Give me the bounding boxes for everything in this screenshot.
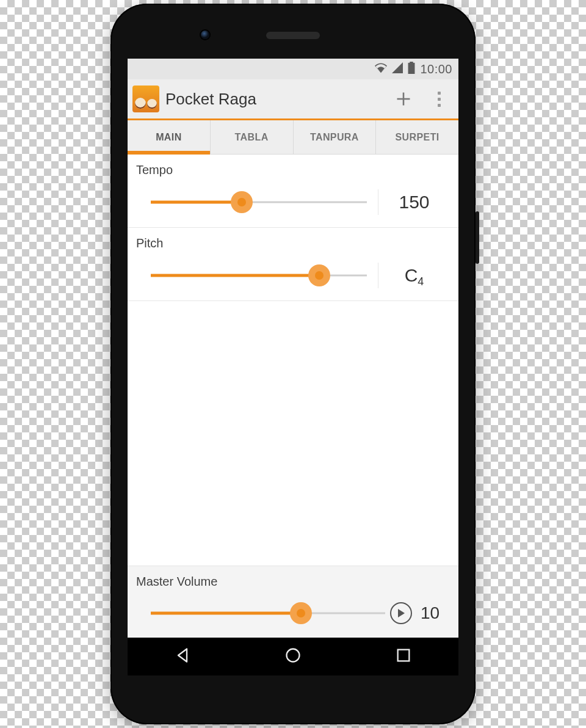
app-bar: Pocket Raga	[128, 79, 458, 118]
battery-icon	[408, 62, 415, 77]
master-volume-value: 10	[421, 603, 450, 623]
pitch-slider[interactable]	[151, 263, 367, 288]
recent-apps-button[interactable]	[395, 647, 412, 666]
tab-tanpura[interactable]: TANPURA	[293, 120, 376, 154]
app-logo-icon	[132, 86, 159, 112]
tab-label: TABLA	[235, 132, 269, 143]
tab-label: TANPURA	[310, 132, 359, 143]
earpiece	[266, 32, 320, 39]
power-button	[476, 211, 479, 264]
more-vert-icon	[438, 92, 441, 107]
pitch-label: Pitch	[136, 236, 450, 250]
signal-icon	[392, 62, 403, 76]
status-bar: 10:00	[128, 59, 458, 79]
svg-point-4	[286, 649, 299, 662]
overflow-menu-button[interactable]	[424, 84, 454, 114]
tempo-value: 150	[378, 189, 450, 215]
screen: 10:00 Pocket Raga MAIN TABLA TANPURA SUR…	[128, 59, 458, 675]
svg-rect-1	[408, 62, 415, 73]
tab-surpeti[interactable]: SURPETI	[375, 120, 458, 154]
pitch-note: C	[405, 265, 418, 285]
pitch-row: Pitch C4	[128, 228, 458, 301]
pitch-octave: 4	[418, 275, 424, 288]
tab-main[interactable]: MAIN	[128, 120, 210, 154]
home-button[interactable]	[284, 647, 302, 666]
master-volume-row: Master Volume 10	[128, 566, 458, 638]
app-title: Pocket Raga	[165, 90, 256, 109]
back-button[interactable]	[174, 647, 191, 666]
tab-label: SURPETI	[396, 132, 440, 143]
master-volume-label: Master Volume	[136, 575, 450, 589]
add-button[interactable]	[389, 84, 418, 114]
main-content: Tempo 150 Pitch	[128, 155, 458, 638]
play-icon	[397, 609, 405, 617]
tab-tabla[interactable]: TABLA	[210, 120, 293, 154]
tempo-slider[interactable]	[151, 190, 367, 214]
tempo-label: Tempo	[136, 163, 450, 177]
tempo-row: Tempo 150	[128, 155, 458, 228]
tab-bar: MAIN TABLA TANPURA SURPETI	[128, 120, 458, 155]
play-button[interactable]	[390, 602, 412, 624]
front-camera	[201, 31, 209, 39]
master-volume-slider[interactable]	[151, 601, 385, 625]
svg-rect-5	[397, 650, 409, 661]
empty-area	[128, 301, 458, 566]
android-nav-bar	[128, 638, 458, 675]
wifi-icon	[375, 62, 387, 76]
clock: 10:00	[420, 62, 452, 76]
device-frame: 10:00 Pocket Raga MAIN TABLA TANPURA SUR…	[110, 4, 476, 724]
pitch-value: C4	[378, 263, 450, 288]
tab-label: MAIN	[156, 132, 181, 143]
